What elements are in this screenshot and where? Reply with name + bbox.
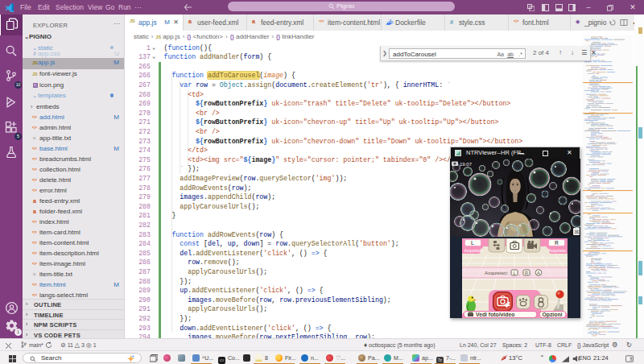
svg-text:19:07: 19:07: [460, 162, 473, 167]
svg-text:L: L: [471, 240, 474, 246]
svg-text:A: A: [537, 271, 540, 275]
svg-text:Acquisisci: Acquisisci: [464, 248, 483, 253]
svg-text:Opzioni: Opzioni: [543, 312, 563, 318]
svg-text:Acquisisci:: Acquisisci:: [485, 270, 509, 275]
svg-text:R: R: [555, 240, 559, 246]
svg-text:Acquisisc: Acquisisc: [549, 248, 567, 253]
svg-text:3D: 3D: [575, 230, 580, 234]
svg-text:L: L: [514, 271, 516, 275]
svg-text:R: R: [525, 271, 528, 275]
svg-text:Vedi foto/video: Vedi foto/video: [476, 312, 514, 317]
